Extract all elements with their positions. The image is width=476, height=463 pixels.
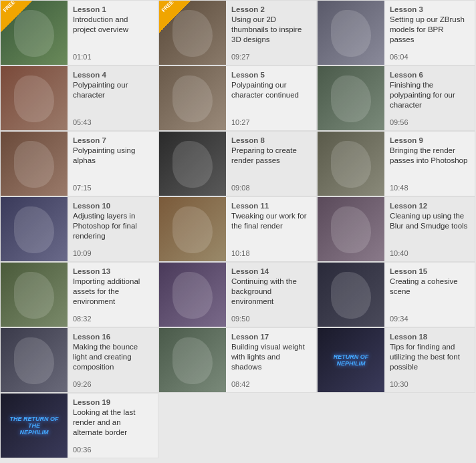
lesson-card-18[interactable]: RETURN OF NEPHILIMLesson 18Tips for find… — [317, 327, 475, 393]
lesson-duration-12: 10:40 — [390, 247, 469, 257]
lesson-title-13: Lesson 13Importing additional assets for… — [73, 267, 152, 307]
lesson-thumb-5 — [159, 66, 226, 131]
lesson-duration-17: 08:42 — [231, 377, 311, 388]
lesson-thumb-icon-5 — [159, 66, 226, 131]
lesson-info-13: Lesson 13Importing additional assets for… — [68, 263, 158, 327]
lesson-card-17[interactable]: Lesson 17Building visual weight with lig… — [158, 327, 317, 393]
lesson-title-7: Lesson 7Polypainting using alphas — [73, 136, 152, 166]
lesson-title-2: Lesson 2Using our 2D thumbnails to inspi… — [231, 5, 311, 45]
lesson-thumb-15 — [318, 263, 384, 327]
lesson-title-6: Lesson 6Finishing the polypainting for o… — [390, 70, 469, 110]
lesson-title-17: Lesson 17Building visual weight with lig… — [231, 332, 311, 372]
lesson-thumb-9 — [318, 132, 384, 196]
lesson-info-9: Lesson 9Bringing the render passes into … — [384, 132, 475, 196]
lesson-title-14: Lesson 14Continuing with the background … — [231, 267, 311, 307]
lesson-thumb-18: RETURN OF NEPHILIM — [318, 328, 384, 393]
lesson-thumb-icon-12 — [318, 197, 384, 262]
lesson-info-8: Lesson 8Preparing to create render passe… — [226, 132, 316, 196]
lesson-info-17: Lesson 17Building visual weight with lig… — [226, 328, 316, 392]
lesson-duration-18: 10:30 — [390, 377, 469, 388]
lesson-info-10: Lesson 10Adjusting layers in Photoshop f… — [68, 197, 158, 261]
lesson-duration-16: 09:26 — [73, 377, 152, 388]
lesson-card-11[interactable]: Lesson 11Tweaking our work for the final… — [158, 196, 317, 262]
lesson-card-9[interactable]: Lesson 9Bringing the render passes into … — [317, 131, 475, 196]
lesson-thumb-icon-3 — [318, 1, 384, 65]
lesson-title-4: Lesson 4Polypainting our character — [73, 70, 152, 100]
free-badge-text: FREE — [2, 1, 16, 13]
lesson-info-4: Lesson 4Polypainting our character05:43 — [68, 66, 158, 130]
lesson-title-12: Lesson 12Cleaning up using the Blur and … — [390, 201, 469, 231]
lesson-duration-1: 01:01 — [73, 50, 152, 61]
lesson-title-19: Lesson 19Looking at the last render and … — [73, 398, 152, 438]
lesson-duration-10: 10:09 — [73, 247, 152, 257]
lesson-thumb-icon-13 — [1, 263, 68, 327]
lesson-title-11: Lesson 11Tweaking our work for the final… — [231, 201, 311, 231]
lesson-thumb-icon-6 — [318, 66, 384, 131]
lesson-card-19[interactable]: THE RETURN OF THE NEPHILIMLesson 19Looki… — [0, 393, 158, 458]
lesson-thumb-1: FREE — [1, 1, 68, 65]
lesson-title-3: Lesson 3Setting up our ZBrush models for… — [390, 5, 469, 45]
lesson-card-10[interactable]: Lesson 10Adjusting layers in Photoshop f… — [0, 196, 158, 262]
lesson-card-4[interactable]: Lesson 4Polypainting our character05:43 — [0, 65, 158, 131]
lesson-card-1[interactable]: FREELesson 1Introduction and project ove… — [0, 0, 158, 65]
lesson-duration-15: 09:34 — [390, 312, 469, 323]
lesson-card-3[interactable]: Lesson 3Setting up our ZBrush models for… — [317, 0, 475, 65]
lesson-duration-14: 09:50 — [231, 312, 311, 323]
lesson-info-2: Lesson 2Using our 2D thumbnails to inspi… — [226, 1, 316, 65]
lesson-title-1: Lesson 1Introduction and project overvie… — [73, 5, 152, 35]
lesson-thumb-11 — [159, 197, 226, 262]
lesson-thumb-6 — [318, 66, 384, 131]
lesson-card-6[interactable]: Lesson 6Finishing the polypainting for o… — [317, 65, 475, 131]
lesson-logo-18: RETURN OF NEPHILIM — [331, 351, 372, 370]
lesson-thumb-icon-14 — [159, 263, 226, 327]
lesson-thumb-13 — [1, 263, 68, 327]
lesson-info-18: Lesson 18Tips for finding and utilizing … — [384, 328, 475, 392]
lesson-info-11: Lesson 11Tweaking our work for the final… — [226, 197, 316, 261]
lesson-info-15: Lesson 15Creating a cohesive scene09:34 — [384, 263, 475, 327]
lesson-duration-11: 10:18 — [231, 247, 311, 257]
lesson-thumb-icon-17 — [159, 328, 226, 393]
lesson-card-13[interactable]: Lesson 13Importing additional assets for… — [0, 262, 158, 327]
lesson-title-5: Lesson 5Polypainting our character conti… — [231, 70, 311, 100]
lesson-title-15: Lesson 15Creating a cohesive scene — [390, 267, 469, 297]
lesson-title-18: Lesson 18Tips for finding and utilizing … — [390, 332, 469, 372]
lesson-duration-8: 09:08 — [231, 181, 311, 192]
lesson-thumb-3 — [318, 1, 384, 65]
lesson-card-7[interactable]: Lesson 7Polypainting using alphas07:15 — [0, 131, 158, 196]
lessons-grid: FREELesson 1Introduction and project ove… — [0, 0, 476, 458]
lesson-duration-5: 10:27 — [231, 116, 311, 126]
lesson-thumb-icon-18: RETURN OF NEPHILIM — [318, 328, 384, 393]
lesson-thumb-icon-9 — [318, 132, 384, 196]
lesson-card-12[interactable]: Lesson 12Cleaning up using the Blur and … — [317, 196, 475, 262]
lesson-duration-3: 06:04 — [390, 50, 469, 61]
lesson-thumb-14 — [159, 263, 226, 327]
lesson-duration-4: 05:43 — [73, 116, 152, 126]
lesson-title-9: Lesson 9Bringing the render passes into … — [390, 136, 469, 166]
lesson-thumb-17 — [159, 328, 226, 393]
lesson-thumb-7 — [1, 132, 68, 196]
lesson-duration-9: 10:48 — [390, 181, 469, 192]
lesson-thumb-icon-15 — [318, 263, 384, 327]
lesson-thumb-4 — [1, 66, 68, 131]
lesson-thumb-12 — [318, 197, 384, 262]
lesson-thumb-icon-11 — [159, 197, 226, 262]
lesson-card-5[interactable]: Lesson 5Polypainting our character conti… — [158, 65, 317, 131]
lesson-info-14: Lesson 14Continuing with the background … — [226, 263, 316, 327]
lesson-thumb-19: THE RETURN OF THE NEPHILIM — [1, 394, 68, 458]
lesson-card-2[interactable]: FREELesson 2Using our 2D thumbnails to i… — [158, 0, 317, 65]
lesson-logo-19: THE RETURN OF THE NEPHILIM — [1, 414, 68, 439]
lesson-card-14[interactable]: Lesson 14Continuing with the background … — [158, 262, 317, 327]
lesson-title-8: Lesson 8Preparing to create render passe… — [231, 136, 311, 166]
lesson-card-15[interactable]: Lesson 15Creating a cohesive scene09:34 — [317, 262, 475, 327]
lesson-card-8[interactable]: Lesson 8Preparing to create render passe… — [158, 131, 317, 196]
lesson-duration-7: 07:15 — [73, 181, 152, 192]
lesson-card-16[interactable]: Lesson 16Making the bounce light and cre… — [0, 327, 158, 393]
lesson-thumb-icon-16 — [1, 328, 68, 393]
lesson-info-1: Lesson 1Introduction and project overvie… — [68, 1, 158, 65]
lesson-info-19: Lesson 19Looking at the last render and … — [68, 394, 158, 458]
lesson-info-6: Lesson 6Finishing the polypainting for o… — [384, 66, 475, 130]
lesson-duration-13: 08:32 — [73, 312, 152, 323]
lesson-duration-19: 00:36 — [73, 443, 152, 454]
lesson-thumb-8 — [159, 132, 226, 196]
lesson-title-16: Lesson 16Making the bounce light and cre… — [73, 332, 152, 372]
